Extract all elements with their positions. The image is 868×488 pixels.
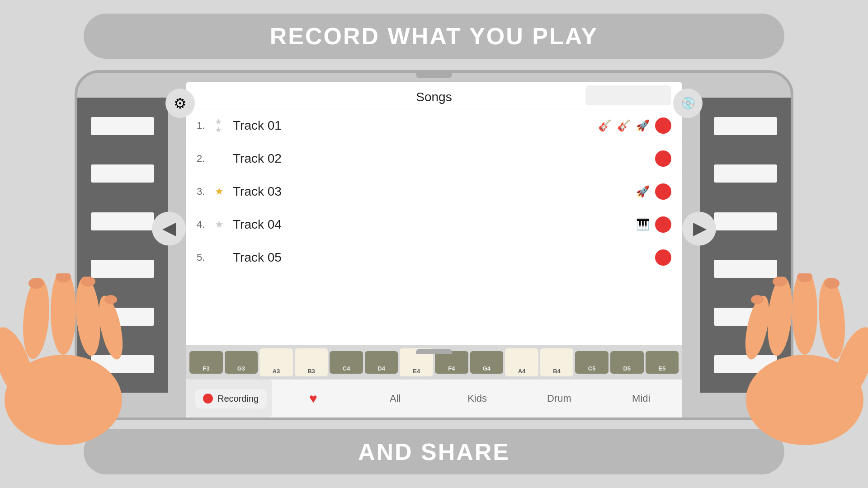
disc-icon: 💿 — [681, 96, 695, 110]
track-item-5[interactable]: 5. Track 05 — [186, 241, 682, 274]
record-dot-1[interactable] — [655, 117, 671, 134]
recording-dot — [203, 394, 213, 404]
top-banner-text: RECORD WHAT YOU PLAY — [270, 23, 598, 50]
tab-midi[interactable]: Midi — [600, 380, 682, 418]
settings-button[interactable]: ⚙ — [165, 89, 195, 118]
track-2-icons — [655, 150, 671, 167]
track-item-4[interactable]: 4. ★ Track 04 🎹 — [186, 208, 682, 241]
svg-point-18 — [773, 277, 787, 286]
bottom-tabs: Recording ♥ All Kids Drum Midi — [186, 379, 682, 418]
track-number-5: 5. — [197, 252, 215, 263]
right-arrow-icon: ▶ — [693, 219, 706, 238]
midi-label: Midi — [632, 393, 650, 404]
piano-key-c4[interactable]: C4 — [330, 351, 363, 374]
tab-favorites[interactable]: ♥ — [272, 380, 354, 418]
track-list: 1. ★ ★ Track 01 🎸 🎸 🚀 2. Track 02 — [186, 109, 682, 379]
piano-key-e5[interactable]: E5 — [646, 351, 679, 374]
record-dot-2[interactable] — [655, 150, 671, 167]
kids-label: Kids — [467, 393, 487, 404]
guitar-icon-1: 🎸 — [598, 119, 612, 132]
piano-key-b4[interactable]: B4 — [540, 348, 574, 376]
top-banner: RECORD WHAT YOU PLAY — [84, 14, 784, 59]
svg-point-13 — [792, 273, 817, 355]
gear-icon: ⚙ — [174, 95, 187, 112]
tab-drum[interactable]: Drum — [518, 380, 600, 418]
piano-key-d4[interactable]: D4 — [365, 351, 398, 374]
nav-arrow-left[interactable]: ◀ — [152, 211, 186, 245]
all-label: All — [390, 393, 401, 404]
piano-key-c5[interactable]: C5 — [575, 351, 609, 374]
search-input[interactable] — [590, 91, 682, 100]
disc-button[interactable]: 💿 — [673, 89, 703, 118]
left-arrow-icon: ◀ — [163, 219, 175, 238]
svg-point-4 — [73, 276, 103, 357]
track-name-3: Track 03 — [228, 184, 636, 199]
track-item-1[interactable]: 1. ★ ★ Track 01 🎸 🎸 🚀 — [186, 109, 682, 142]
device-frame: ⚙ 💿 ◀ ▶ Songs 🔍 1. ★ — [75, 70, 793, 420]
svg-point-19 — [751, 295, 764, 304]
star-1b: ★ — [215, 126, 222, 134]
record-dot-5[interactable] — [655, 249, 671, 266]
spaceship-icon-3: 🚀 — [636, 185, 650, 198]
bottom-banner: AND SHARE — [84, 429, 784, 474]
star-4a: ★ — [215, 219, 224, 230]
piano-key-a3[interactable]: A3 — [259, 348, 293, 376]
svg-point-9 — [104, 295, 117, 304]
svg-point-8 — [81, 277, 95, 286]
track-item-3[interactable]: 3. ★ Track 03 🚀 — [186, 175, 682, 208]
guitar-cross-icon-1: 🎸 — [617, 119, 631, 132]
top-notch — [416, 73, 452, 78]
svg-point-3 — [51, 273, 76, 355]
track-5-icons — [655, 249, 671, 266]
recording-label: Recording — [217, 394, 259, 404]
bottom-connector — [416, 349, 452, 354]
piano-key-f4[interactable]: F4 — [435, 351, 468, 374]
record-dot-3[interactable] — [655, 183, 671, 200]
record-dot-4[interactable] — [655, 216, 671, 233]
tab-recording[interactable]: Recording — [186, 380, 272, 418]
search-box: 🔍 — [585, 85, 671, 105]
star-3a: ★ — [215, 186, 224, 197]
track-4-icons: 🎹 — [636, 216, 671, 233]
track-item-2[interactable]: 2. Track 02 — [186, 142, 682, 175]
heart-icon: ♥ — [309, 391, 317, 406]
svg-point-6 — [28, 278, 44, 289]
songs-screen: Songs 🔍 1. ★ ★ Track 01 🎸 🎸 — [186, 82, 682, 379]
piano-icon-4: 🎹 — [636, 218, 650, 231]
piano-key-f3[interactable]: F3 — [189, 351, 223, 374]
tab-all[interactable]: All — [354, 380, 436, 418]
bottom-banner-text: AND SHARE — [358, 438, 510, 465]
track-name-2: Track 02 — [228, 151, 655, 166]
track-name-1: Track 01 — [228, 118, 598, 133]
piano-key-g4[interactable]: G4 — [470, 351, 504, 374]
svg-point-16 — [824, 278, 840, 289]
star-1a: ★ — [215, 117, 222, 126]
nav-arrow-right[interactable]: ▶ — [682, 211, 716, 245]
track-1-icons: 🎸 🎸 🚀 — [598, 117, 671, 134]
svg-point-12 — [816, 277, 848, 360]
drum-label: Drum — [547, 393, 571, 404]
piano-key-b3[interactable]: B3 — [295, 348, 328, 376]
tab-kids[interactable]: Kids — [436, 380, 518, 418]
hand-left — [0, 273, 127, 445]
spaceship-icon-1: 🚀 — [636, 119, 650, 132]
track-name-4: Track 04 — [228, 217, 636, 232]
track-number-1: 1. — [197, 120, 215, 131]
svg-point-14 — [764, 276, 795, 357]
track-3-icons: 🚀 — [636, 183, 671, 200]
piano-key-a4[interactable]: A4 — [505, 348, 538, 376]
track-number-3: 3. — [197, 186, 215, 197]
piano-key-d5[interactable]: D5 — [610, 351, 644, 374]
track-number-4: 4. — [197, 219, 215, 230]
songs-header: Songs 🔍 — [186, 82, 682, 109]
piano-key-g3[interactable]: G3 — [225, 351, 258, 374]
track-number-2: 2. — [197, 153, 215, 164]
track-name-5: Track 05 — [228, 250, 655, 265]
svg-point-2 — [20, 277, 52, 360]
hand-right — [741, 273, 868, 445]
